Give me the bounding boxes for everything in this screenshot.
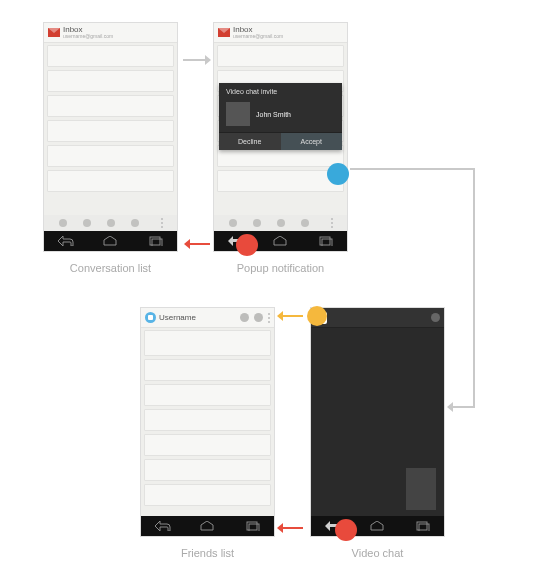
screen-friends-list: Username — [140, 307, 275, 537]
popup-dialog: Video chat invite John Smith Decline Acc… — [219, 83, 342, 150]
page-indicator — [214, 215, 347, 231]
list-item[interactable] — [47, 70, 174, 92]
video-body — [311, 328, 444, 516]
system-nav — [44, 231, 177, 251]
action-bar: Inbox username@gmail.com — [214, 23, 347, 43]
recents-icon[interactable] — [414, 521, 430, 531]
recents-icon[interactable] — [244, 521, 260, 531]
content-body: Video chat invite John Smith Decline Acc… — [214, 43, 347, 215]
app-subtitle: username@gmail.com — [233, 34, 283, 39]
screen-video-chat: talk — [310, 307, 445, 537]
list-item[interactable] — [47, 170, 174, 192]
overflow-icon[interactable] — [268, 313, 270, 323]
gmail-icon — [48, 28, 60, 37]
arrow-head-icon — [277, 311, 283, 321]
recents-icon[interactable] — [317, 236, 333, 246]
self-view-pip[interactable] — [406, 468, 436, 510]
action-bar: talk — [311, 308, 444, 328]
action-icon[interactable] — [254, 313, 263, 322]
list-item[interactable] — [47, 120, 174, 142]
list-item[interactable] — [144, 484, 271, 506]
arrow-head-icon — [205, 55, 211, 65]
home-icon[interactable] — [199, 521, 215, 531]
highlight-accept — [327, 163, 349, 185]
content-body — [44, 43, 177, 215]
system-nav — [214, 231, 347, 251]
list-item[interactable] — [47, 145, 174, 167]
popup-heading: Video chat invite — [219, 83, 342, 98]
screen-popup-notification: Inbox username@gmail.com Video chat invi… — [213, 22, 348, 252]
app-title: Username — [159, 314, 196, 322]
highlight-back — [335, 519, 357, 541]
accept-button[interactable]: Accept — [281, 133, 343, 150]
back-icon[interactable] — [58, 236, 74, 246]
list-item[interactable] — [47, 95, 174, 117]
caption: Popup notification — [213, 262, 348, 274]
list-item[interactable] — [47, 45, 174, 67]
arrow-head-icon — [277, 523, 283, 533]
gmail-icon — [218, 28, 230, 37]
flow-arrow — [453, 406, 475, 408]
caption: Video chat — [310, 547, 445, 559]
list-item[interactable] — [217, 170, 344, 192]
contact-avatar — [226, 102, 250, 126]
page-indicator — [44, 215, 177, 231]
home-icon[interactable] — [272, 236, 288, 246]
talk-icon — [145, 312, 156, 323]
flow-arrow — [473, 168, 475, 408]
overflow-icon[interactable] — [331, 218, 333, 228]
list-item[interactable] — [217, 45, 344, 67]
action-bar: Inbox username@gmail.com — [44, 23, 177, 43]
content-body — [141, 328, 274, 516]
flow-arrow-back — [283, 527, 303, 529]
system-nav — [141, 516, 274, 536]
list-item[interactable] — [144, 359, 271, 381]
action-bar: Username — [141, 308, 274, 328]
list-item[interactable] — [144, 384, 271, 406]
screen-conversation-list: Inbox username@gmail.com — [43, 22, 178, 252]
caption: Friends list — [140, 547, 275, 559]
home-icon[interactable] — [369, 521, 385, 531]
system-nav — [311, 516, 444, 536]
app-subtitle: username@gmail.com — [63, 34, 113, 39]
flow-arrow-back — [190, 243, 210, 245]
flow-arrow — [183, 59, 205, 61]
decline-button[interactable]: Decline — [219, 133, 281, 150]
caption: Conversation list — [43, 262, 178, 274]
back-icon[interactable] — [155, 521, 171, 531]
list-item[interactable] — [144, 434, 271, 456]
overflow-icon[interactable] — [161, 218, 163, 228]
list-item[interactable] — [144, 409, 271, 431]
arrow-head-icon — [447, 402, 453, 412]
contact-name: John Smith — [256, 111, 291, 118]
home-icon[interactable] — [102, 236, 118, 246]
list-item[interactable] — [144, 459, 271, 481]
flow-arrow — [350, 168, 475, 170]
recents-icon[interactable] — [147, 236, 163, 246]
highlight-talk-icon — [307, 306, 327, 326]
highlight-back — [236, 234, 258, 256]
action-icon[interactable] — [240, 313, 249, 322]
flow-arrow — [283, 315, 303, 317]
action-icon[interactable] — [431, 313, 440, 322]
list-item[interactable] — [144, 330, 271, 356]
arrow-head-icon — [184, 239, 190, 249]
